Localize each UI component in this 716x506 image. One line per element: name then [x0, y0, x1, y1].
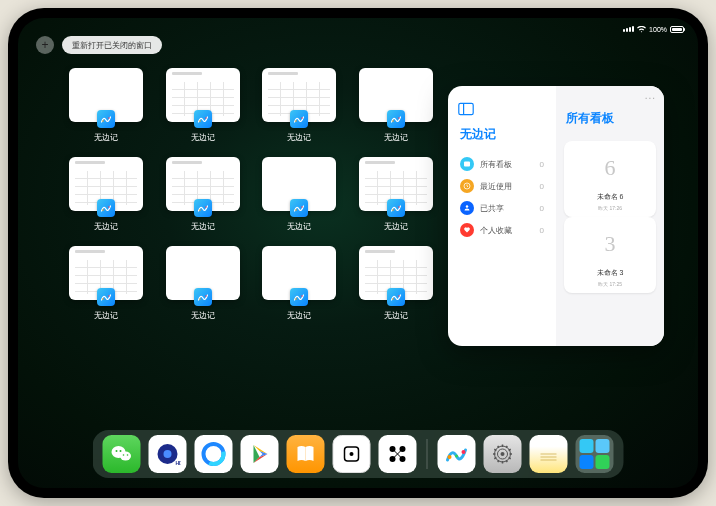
- window-label: 无边记: [94, 221, 118, 232]
- board-title: 未命名 3: [597, 268, 624, 278]
- window-label: 无边记: [94, 132, 118, 143]
- svg-point-19: [205, 295, 207, 297]
- sidebar-item-shared[interactable]: 已共享0: [458, 197, 546, 219]
- svg-point-21: [302, 295, 304, 297]
- svg-point-28: [466, 205, 469, 208]
- window-grid: 无边记无边记无边记无边记无边记无边记无边记无边记无边记无边记无边记无边记: [66, 68, 436, 321]
- window-card[interactable]: 无边记: [259, 246, 340, 321]
- window-label: 无边记: [384, 132, 408, 143]
- svg-point-12: [296, 209, 298, 211]
- svg-point-50: [455, 455, 458, 458]
- freeform-icon: [97, 288, 115, 306]
- window-thumbnail: [166, 157, 240, 211]
- wifi-icon: [637, 26, 646, 33]
- dock-app-qqbrowser[interactable]: [195, 435, 233, 473]
- ipad-device: 100% + 重新打开已关闭的窗口 无边记无边记无边记无边记无边记无边记无边记无…: [8, 8, 708, 498]
- window-card[interactable]: 无边记: [66, 157, 147, 232]
- dock-app-freeform[interactable]: [438, 435, 476, 473]
- dock-app-wechat[interactable]: [103, 435, 141, 473]
- freeform-icon: [387, 110, 405, 128]
- svg-text:HD: HD: [176, 460, 181, 466]
- window-label: 无边记: [94, 310, 118, 321]
- window-card[interactable]: 无边记: [66, 246, 147, 321]
- dock-app-quark[interactable]: HD: [149, 435, 187, 473]
- svg-point-14: [392, 209, 394, 211]
- more-button[interactable]: ...: [645, 90, 656, 101]
- svg-rect-24: [459, 103, 473, 114]
- freeform-icon: [290, 288, 308, 306]
- svg-point-22: [392, 298, 394, 300]
- dock-divider: [427, 439, 428, 469]
- window-card[interactable]: 无边记: [259, 157, 340, 232]
- board-title: 未命名 6: [597, 192, 624, 202]
- window-card[interactable]: 无边记: [163, 157, 244, 232]
- board-thumbnail: 6: [585, 147, 635, 189]
- window-label: 无边记: [287, 310, 311, 321]
- freeform-icon: [387, 288, 405, 306]
- sidebar-item-fav[interactable]: 个人收藏0: [458, 219, 546, 241]
- window-card[interactable]: 无边记: [66, 68, 147, 143]
- dock-app-notes[interactable]: [530, 435, 568, 473]
- svg-point-32: [120, 450, 122, 452]
- top-bar: + 重新打开已关闭的窗口: [36, 36, 162, 54]
- sidebar-toggle-icon[interactable]: [458, 102, 474, 116]
- freeform-icon: [194, 110, 212, 128]
- status-bar: 100%: [18, 22, 698, 36]
- sidebar-item-count: 0: [540, 182, 544, 191]
- dock-app-dice[interactable]: [333, 435, 371, 473]
- svg-point-8: [103, 209, 105, 211]
- svg-point-33: [123, 454, 125, 456]
- window-card[interactable]: 无边记: [356, 157, 437, 232]
- svg-rect-26: [464, 162, 470, 167]
- svg-point-0: [103, 120, 105, 122]
- svg-point-9: [109, 206, 111, 208]
- window-card[interactable]: 无边记: [163, 246, 244, 321]
- sidebar-item-recent[interactable]: 最近使用0: [458, 175, 546, 197]
- dock-app-play[interactable]: [241, 435, 279, 473]
- sidebar-item-all[interactable]: 所有看板0: [458, 153, 546, 175]
- svg-point-3: [205, 117, 207, 119]
- window-thumbnail: [262, 157, 336, 211]
- svg-point-17: [109, 295, 111, 297]
- svg-point-6: [392, 120, 394, 122]
- svg-point-48: [448, 455, 452, 459]
- sidebar-item-label: 最近使用: [480, 181, 512, 192]
- window-card[interactable]: 无边记: [259, 68, 340, 143]
- window-thumbnail: [359, 157, 433, 211]
- svg-point-1: [109, 117, 111, 119]
- board-card[interactable]: 3未命名 3昨天 17:25: [564, 217, 656, 293]
- window-thumbnail: [262, 246, 336, 300]
- battery-icon: [670, 26, 684, 33]
- svg-point-18: [199, 298, 201, 300]
- window-label: 无边记: [191, 221, 215, 232]
- dock-app-books[interactable]: [287, 435, 325, 473]
- window-thumbnail: [166, 246, 240, 300]
- add-window-button[interactable]: +: [36, 36, 54, 54]
- reopen-window-button[interactable]: 重新打开已关闭的窗口: [62, 36, 162, 54]
- freeform-icon: [387, 199, 405, 217]
- dock-app-connect[interactable]: [379, 435, 417, 473]
- dock-app-settings[interactable]: [484, 435, 522, 473]
- window-label: 无边记: [384, 310, 408, 321]
- board-card[interactable]: 6未命名 6昨天 17:26: [564, 141, 656, 217]
- window-thumbnail: [166, 68, 240, 122]
- window-card[interactable]: 无边记: [356, 246, 437, 321]
- svg-point-30: [120, 452, 131, 461]
- freeform-icon: [97, 199, 115, 217]
- window-thumbnail: [69, 246, 143, 300]
- dock-app-folder[interactable]: [576, 435, 614, 473]
- svg-point-53: [501, 452, 505, 456]
- freeform-icon: [194, 288, 212, 306]
- window-thumbnail: [69, 68, 143, 122]
- window-label: 无边记: [287, 221, 311, 232]
- window-card[interactable]: 无边记: [163, 68, 244, 143]
- popover-title-left: 无边记: [460, 126, 546, 143]
- window-card[interactable]: 无边记: [356, 68, 437, 143]
- sidebar-item-label: 个人收藏: [480, 225, 512, 236]
- sidebar-item-count: 0: [540, 160, 544, 169]
- window-thumbnail: [262, 68, 336, 122]
- svg-point-7: [398, 117, 400, 119]
- sidebar-item-count: 0: [540, 226, 544, 235]
- svg-point-5: [302, 117, 304, 119]
- freeform-icon: [194, 199, 212, 217]
